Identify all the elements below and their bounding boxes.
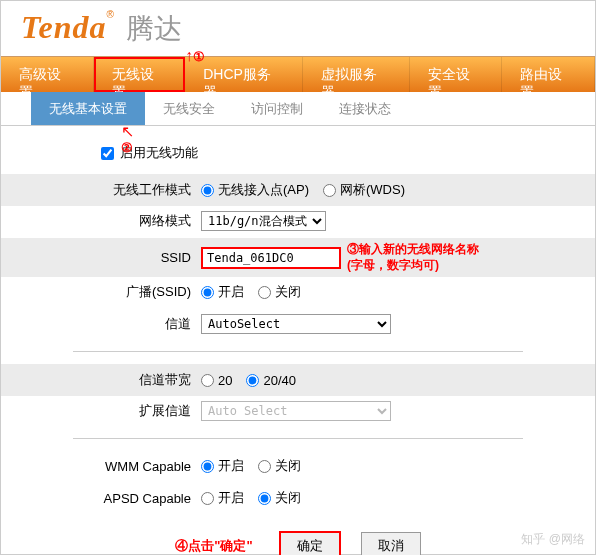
tab-security[interactable]: 安全设置 xyxy=(410,57,503,92)
annotation-4: ④点击"确定" xyxy=(175,537,252,555)
watermark: 知乎 @网络 xyxy=(521,531,585,548)
logo-cn: 腾达 xyxy=(126,13,182,44)
label-wmm: WMM Capable xyxy=(1,459,201,474)
subtab-security[interactable]: 无线安全 xyxy=(145,92,233,125)
annotation-3: ③输入新的无线网络名称(字母，数字均可) xyxy=(347,242,479,273)
enable-wireless-checkbox[interactable] xyxy=(101,147,114,160)
select-channel[interactable]: AutoSelect xyxy=(201,314,391,334)
radio-wmm-on[interactable] xyxy=(201,460,214,473)
label-bandwidth: 信道带宽 xyxy=(1,371,201,389)
content-area: 启用无线功能 无线工作模式 无线接入点(AP) 网桥(WDS) 网络模式 11b… xyxy=(1,126,595,555)
subtab-basic[interactable]: 无线基本设置 xyxy=(31,92,145,125)
label-netmode: 网络模式 xyxy=(1,212,201,230)
label-workmode: 无线工作模式 xyxy=(1,181,201,199)
subtab-status[interactable]: 连接状态 xyxy=(321,92,409,125)
ssid-input[interactable] xyxy=(201,247,341,269)
select-netmode[interactable]: 11b/g/n混合模式 xyxy=(201,211,326,231)
label-ssid: SSID xyxy=(1,250,201,265)
label-channel: 信道 xyxy=(1,315,201,333)
radio-bw2040[interactable] xyxy=(246,374,259,387)
annotation-1: ↑① xyxy=(185,49,205,64)
main-tabs: 高级设置 无线设置 DHCP服务器 虚拟服务器 安全设置 路由设置 xyxy=(1,56,595,92)
label-apsd: APSD Capable xyxy=(1,491,201,506)
logo-reg: ® xyxy=(107,9,114,20)
divider xyxy=(73,438,523,439)
label-extchannel: 扩展信道 xyxy=(1,402,201,420)
logo-brand: Tenda xyxy=(21,9,107,45)
select-extchannel: Auto Select xyxy=(201,401,391,421)
radio-ap[interactable] xyxy=(201,184,214,197)
subtab-access[interactable]: 访问控制 xyxy=(233,92,321,125)
cancel-button[interactable]: 取消 xyxy=(361,532,421,555)
radio-apsd-on[interactable] xyxy=(201,492,214,505)
radio-bw20[interactable] xyxy=(201,374,214,387)
tab-routing[interactable]: 路由设置 xyxy=(502,57,595,92)
annotation-2: ↖ ② xyxy=(121,125,134,155)
radio-apsd-off[interactable] xyxy=(258,492,271,505)
ok-button[interactable]: 确定 xyxy=(279,531,341,555)
label-broadcast: 广播(SSID) xyxy=(1,283,201,301)
radio-wmm-off[interactable] xyxy=(258,460,271,473)
divider xyxy=(73,351,523,352)
tab-wireless[interactable]: 无线设置 xyxy=(94,57,186,92)
radio-wds[interactable] xyxy=(323,184,336,197)
tab-virtual[interactable]: 虚拟服务器 xyxy=(303,57,410,92)
radio-broadcast-off[interactable] xyxy=(258,286,271,299)
sub-tabs: 无线基本设置 无线安全 访问控制 连接状态 xyxy=(1,92,595,126)
logo-area: Tenda® 腾达 xyxy=(1,1,595,56)
tab-advanced[interactable]: 高级设置 xyxy=(1,57,94,92)
radio-broadcast-on[interactable] xyxy=(201,286,214,299)
